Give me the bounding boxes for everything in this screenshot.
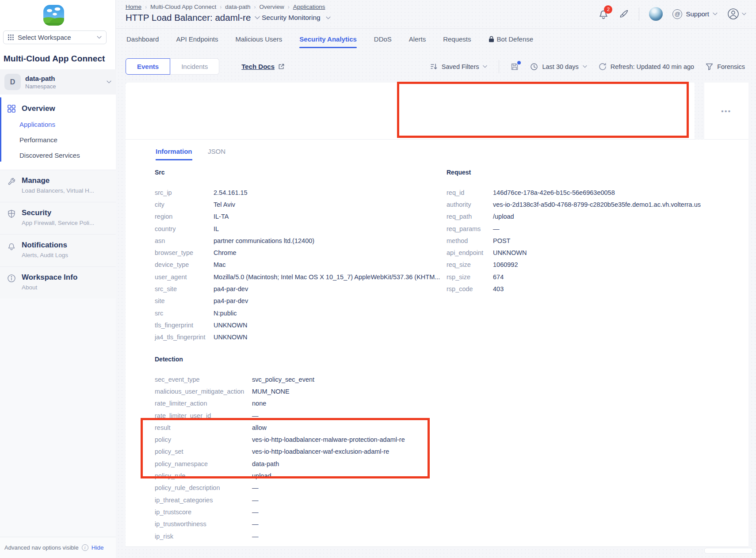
grid-icon [8,34,14,40]
events-incidents-toggle: Events Incidents [126,58,219,75]
horizontal-scrollbar[interactable] [704,548,753,554]
sidebar-item-notifications[interactable]: NotificationsAlerts, Audit Logs [0,234,116,266]
tab-information[interactable]: Information [156,148,192,160]
tab-malicious-users[interactable]: Malicious Users [235,35,282,48]
detail-row-tls_fingerprint: tls_fingerprintUNKNOWN [155,319,433,331]
detail-row-city: cityTel Aviv [155,198,433,210]
save-filter-button[interactable] [511,63,519,71]
forensics-button[interactable]: Forensics [706,63,745,70]
chevron-down-icon [713,12,718,15]
advanced-nav-label: Advanced nav options visible [4,544,79,551]
external-link-icon [278,63,285,70]
info-icon: i [82,544,88,551]
tab-json[interactable]: JSON [208,148,225,155]
detail-row-req_size: req_size1060992 [447,259,738,271]
refresh-icon [599,63,607,71]
sidebar-item-performance[interactable]: Performance [0,132,116,148]
sidebar-item-overview-label: Overview [22,104,55,113]
breadcrumb: Home›Multi-Cloud App Connect›data-path›O… [126,4,325,10]
breadcrumb-separator: › [254,4,256,10]
workspace-selector[interactable]: Select Workspace [3,30,107,44]
overview-grid-icon [7,104,16,113]
detail-row-src_site: src_sitepa4-par-dev [155,283,433,295]
namespace-name: data-path [25,75,107,82]
app-window: Select Workspace Multi-Cloud App Connect… [0,0,756,558]
sidebar-item-security[interactable]: SecurityApp Firewall, Service Poli... [0,202,116,234]
events-tab-button[interactable]: Events [126,58,170,75]
sidebar: Select Workspace Multi-Cloud App Connect… [0,0,116,558]
detail-row-src: srcN:public [155,307,433,319]
detail-row-method: methodPOST [447,235,738,247]
row-menu-ellipsis-icon[interactable]: ••• [721,107,731,115]
detail-row-result: resultallow [155,421,464,433]
page-title: HTTP Load Balancer: adaml-re [126,12,251,23]
sidebar-item-manage[interactable]: ManageLoad Balancers, Virtual H... [0,170,116,202]
detail-row-req_params: req_params— [447,223,738,235]
detail-row-asn: asnpartner communications ltd.(12400) [155,235,433,247]
detail-row-site: sitepa4-par-dev [155,295,433,307]
load-balancer-dropdown[interactable] [255,16,260,19]
support-icon: @ [672,9,682,19]
detail-row-malicious_user_mitigate_action: malicious_user_mitigate_actionMUM_NONE [155,385,464,397]
tab-security-analytics[interactable]: Security Analytics [299,35,357,48]
bell-icon [7,242,16,266]
detail-row-sec_event_type: sec_event_typesvc_policy_sec_event [155,373,464,385]
detail-row-ip_threat_categories: ip_threat_categories— [155,494,464,506]
tab-requests[interactable]: Requests [443,35,471,48]
detail-row-device_type: device_typeMac [155,259,433,271]
security-monitoring-dropdown[interactable]: Security Monitoring [262,14,331,22]
hide-advanced-nav-link[interactable]: Hide [92,544,104,551]
detail-row-policy_rule: policy_ruleupload [155,470,464,482]
app-logo [43,5,64,26]
breadcrumb-item: Multi-Cloud App Connect [150,4,216,10]
section-title: Request [447,169,738,176]
time-range-dropdown[interactable]: Last 30 days [530,63,587,71]
support-menu[interactable]: @ Support [672,9,718,19]
sidebar-nav-sections: ManageLoad Balancers, Virtual H...Securi… [0,170,116,299]
namespace-avatar: D [4,74,21,90]
breadcrumb-separator: › [220,4,221,10]
chevron-down-icon [483,65,487,68]
refresh-button[interactable]: Refresh: Updated 40 min ago [599,63,694,71]
workspace-title: Multi-Cloud App Connect [4,54,105,64]
sidebar-item-overview[interactable]: Overview [0,95,116,113]
tab-alerts[interactable]: Alerts [409,35,426,48]
theme-brush-icon[interactable] [619,9,629,19]
detail-row-ip_risk: ip_risk— [155,530,464,542]
breadcrumb-item[interactable]: Applications [293,4,325,10]
incidents-tab-button[interactable]: Incidents [170,58,219,75]
avatar[interactable] [649,7,663,21]
detail-row-ja4_tls_fingerprint: ja4_tls_fingerprintUNKNOWN [155,331,433,343]
detail-row-api_endpoint: api_endpointUNKNOWN [447,247,738,258]
tab-dashboard[interactable]: Dashboard [126,35,159,48]
event-row-actions: ••• [704,83,748,140]
tech-docs-link[interactable]: Tech Docs [241,63,285,70]
tab-api-endpoints[interactable]: API Endpoints [176,35,218,48]
wrench-icon [7,177,16,202]
namespace-selector[interactable]: D data-path Namespace [0,69,116,95]
detail-section-request: Requestreq_id146d76ce-178a-42e6-b15c-56e… [447,169,738,295]
chevron-down-icon [326,16,331,19]
detail-row-policy_rule_description: policy_rule_description— [155,482,464,494]
sidebar-item-discovered-services[interactable]: Discovered Services [0,148,116,163]
detail-section-detection: Detectionsec_event_typesvc_policy_sec_ev… [155,356,464,542]
shield-icon [7,209,16,234]
tab-ddos[interactable]: DDoS [374,35,392,48]
chevron-down-icon [107,80,111,84]
breadcrumb-separator: › [288,4,290,10]
breadcrumb-item[interactable]: Home [126,4,141,10]
detail-row-country: countryIL [155,223,433,235]
sidebar-item-applications[interactable]: Applications [0,117,116,132]
breadcrumb-item: data-path [225,4,250,10]
detail-row-rate_limiter_action: rate_limiter_actionnone [155,398,464,410]
notifications-bell-icon[interactable]: 2 [598,8,609,20]
sidebar-item-workspace-info[interactable]: Workspace InfoAbout [0,266,116,299]
event-table-row[interactable]: 23 Dec 04:33:07 IL,Tel Aviv 2.54.161.15 … [126,83,695,140]
saved-filters-dropdown[interactable]: Saved Filters [430,63,488,70]
account-menu[interactable] [727,8,746,20]
detail-row-user_agent: user_agentMozilla/5.0 (Macintosh; Intel … [155,271,433,283]
detail-row-ip_trustscore: ip_trustscore— [155,506,464,518]
filter-lines-icon [430,63,438,70]
tab-bot-defense[interactable]: Bot Defense [489,35,534,48]
sidebar-footer: Advanced nav options visible i Hide [0,537,116,558]
